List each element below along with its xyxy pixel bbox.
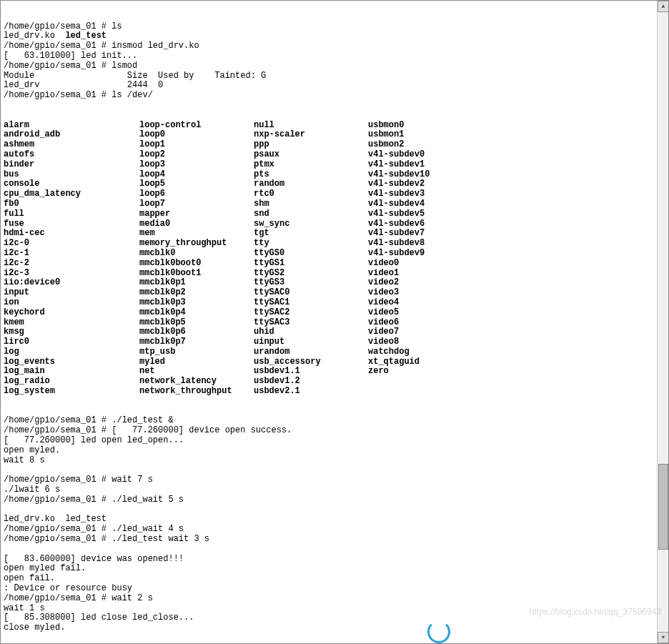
dev-entry: uhid (254, 327, 368, 337)
scroll-up-arrow[interactable]: ▲ (658, 1, 669, 12)
dev-entry: binder (4, 160, 139, 170)
dev-entry: lirc0 (4, 337, 139, 347)
terminal-line: /home/gpio/sema_01 # insmod led_drv.ko (4, 41, 665, 51)
dev-entry: log (4, 347, 139, 357)
terminal-output[interactable]: /home/gpio/sema_01 # lsled_drv.ko led_te… (1, 1, 668, 644)
dev-entry: usb_accessory (254, 357, 368, 367)
terminal-line: /home/gpio/sema_01 # [ 77.260000] device… (4, 426, 665, 436)
dev-entry: ashmem (4, 140, 139, 150)
dev-entry: v4l-subdev6 (368, 219, 665, 229)
dev-entry: tgt (254, 229, 368, 239)
dev-entry: console (4, 179, 139, 189)
scroll-thumb[interactable] (658, 464, 668, 550)
dev-entry: loop1 (139, 140, 254, 150)
terminal-line: wait 8 s (4, 456, 665, 466)
dev-entry: mapper (139, 209, 254, 219)
terminal-line: led_drv.ko led_test (4, 31, 665, 41)
dev-entry: v4l-subdev4 (368, 199, 665, 209)
dev-entry: v4l-subdev10 (368, 170, 665, 180)
dev-entry: mmcblk0p5 (139, 318, 254, 328)
terminal-line (4, 545, 665, 555)
dev-entry: video0 (368, 259, 665, 269)
dev-entry: v4l-subdev3 (368, 189, 665, 199)
dev-entry: net (139, 367, 254, 377)
dev-entry: log_system (4, 387, 139, 397)
dev-entry: video1 (368, 269, 665, 279)
terminal-window: /home/gpio/sema_01 # lsled_drv.ko led_te… (0, 0, 669, 644)
terminal-line: /home/gpio/sema_01 # ./led_test & (4, 416, 665, 426)
terminal-line (4, 465, 665, 475)
terminal-line: [ 63.101000] led init... (4, 51, 665, 61)
watermark-text: https://blog.csdn.net/qq_37596943 (530, 608, 661, 618)
dev-entry: usbmon1 (368, 130, 665, 140)
terminal-line: /home/gpio/sema_01 # ls (4, 22, 665, 32)
dev-entry: usbdev1.1 (254, 367, 368, 377)
dev-entry: iio:device0 (4, 278, 139, 288)
dev-entry: uinput (254, 337, 368, 347)
dev-entry: usbmon2 (368, 140, 665, 150)
dev-entry: null (254, 121, 368, 131)
dev-entry: mmcblk0p7 (139, 337, 254, 347)
dev-entry: urandom (254, 347, 368, 357)
dev-entry: mem (139, 229, 254, 239)
dev-entry: usbdev1.2 (254, 377, 368, 387)
dev-entry: loop6 (139, 189, 254, 199)
dev-entry: ttySAC2 (254, 308, 368, 318)
terminal-line (4, 505, 665, 515)
vertical-scrollbar[interactable]: ▲ ▼ (657, 1, 668, 643)
dev-entry: video5 (368, 308, 665, 318)
dev-entry: psaux (254, 150, 368, 160)
dev-entry: myled (139, 357, 254, 367)
loading-spinner-icon (427, 620, 450, 643)
dev-entry: mmcblk0p4 (139, 308, 254, 318)
dev-entry: video2 (368, 278, 665, 288)
dev-entry: snd (254, 209, 368, 219)
dev-entry: autofs (4, 150, 139, 160)
dev-entry: i2c-1 (4, 249, 139, 259)
dev-entry: ttyGS2 (254, 269, 368, 279)
terminal-line: close myled. (4, 623, 665, 633)
terminal-line: led_drv 2444 0 (4, 81, 665, 91)
dev-entry: android_adb (4, 130, 139, 140)
dev-entry: mmcblk0p2 (139, 288, 254, 298)
terminal-line: /home/gpio/sema_01 # wait 2 s (4, 594, 665, 604)
dev-entry: fb0 (4, 199, 139, 209)
dev-entry: nxp-scaler (254, 130, 368, 140)
dev-entry: v4l-subdev0 (368, 150, 665, 160)
dev-entry: cpu_dma_latency (4, 189, 139, 199)
dev-entry: keychord (4, 308, 139, 318)
terminal-line: /home/gpio/sema_01 # ./led_wait 4 s (4, 525, 665, 535)
terminal-line (4, 633, 665, 643)
terminal-line: [ 83.600000] device was opened!!! (4, 555, 665, 565)
dev-entry: hdmi-cec (4, 229, 139, 239)
dev-entry: i2c-3 (4, 269, 139, 279)
dev-entry: tty (254, 239, 368, 249)
dev-entry: video8 (368, 337, 665, 347)
dev-entry: v4l-subdev7 (368, 229, 665, 239)
terminal-line: [ 77.260000] led open led_open... (4, 436, 665, 446)
dev-entry: ion (4, 298, 139, 308)
dev-entry: log_main (4, 367, 139, 377)
dev-entry: i2c-2 (4, 259, 139, 269)
dev-entry: kmem (4, 318, 139, 328)
dev-entry: loop5 (139, 179, 254, 189)
dev-entry: rtc0 (254, 189, 368, 199)
dev-entry: ttySAC1 (254, 298, 368, 308)
terminal-line: : Device or resource busy (4, 584, 665, 594)
dev-entry: mtp_usb (139, 347, 254, 357)
dev-entry: video6 (368, 318, 665, 328)
scroll-down-arrow[interactable]: ▼ (658, 632, 669, 643)
dev-entry: v4l-subdev1 (368, 160, 665, 170)
terminal-line: /home/gpio/sema_01 # ./led_wait 5 s (4, 495, 665, 505)
dev-entry: v4l-subdev2 (368, 179, 665, 189)
dev-entry: pts (254, 170, 368, 180)
dev-entry: alarm (4, 121, 139, 131)
dev-entry: ttyGS0 (254, 249, 368, 259)
dev-entry: log_events (4, 357, 139, 367)
terminal-line: /home/gpio/sema_01 # ls /dev/ (4, 91, 665, 101)
dev-entry: ttyGS1 (254, 259, 368, 269)
dev-entry: ttySAC3 (254, 318, 368, 328)
dev-entry: mmcblk0boot1 (139, 269, 254, 279)
dev-entry: mmcblk0p6 (139, 327, 254, 337)
dev-entry: video7 (368, 327, 665, 337)
